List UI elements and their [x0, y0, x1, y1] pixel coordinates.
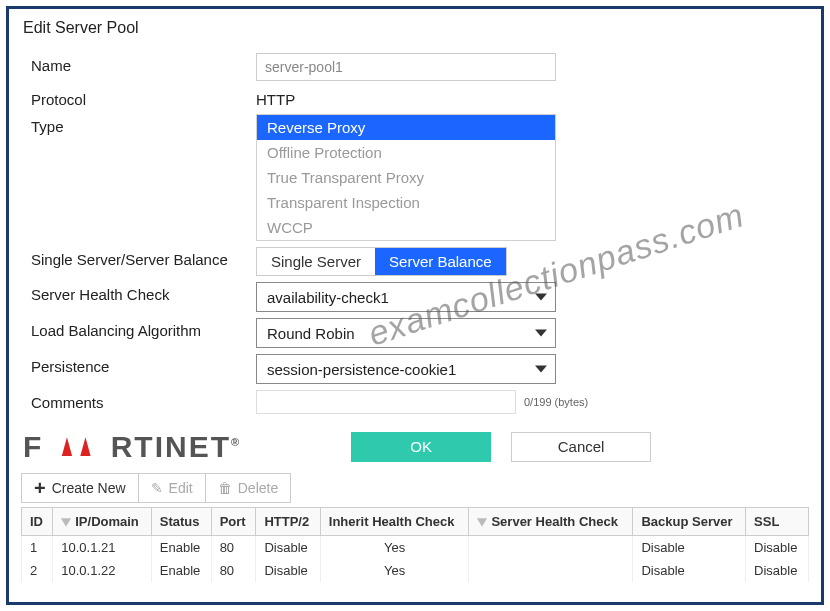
algorithm-label: Load Balancing Algorithm — [31, 318, 256, 339]
servers-table: ID IP/Domain Status Port HTTP/2 Inherit … — [21, 507, 809, 582]
filter-icon — [477, 518, 487, 526]
healthcheck-label: Server Health Check — [31, 282, 256, 303]
create-new-button[interactable]: + Create New — [22, 474, 139, 502]
filter-icon — [61, 518, 71, 526]
healthcheck-select[interactable]: availability-check1 — [256, 282, 556, 312]
edit-icon: ✎ — [151, 480, 163, 496]
type-label: Type — [31, 114, 256, 135]
type-dropdown-open[interactable]: Reverse Proxy Offline Protection True Tr… — [256, 114, 556, 241]
algorithm-value: Round Robin — [267, 325, 355, 342]
chevron-down-icon — [535, 366, 547, 373]
table-row[interactable]: 2 10.0.1.22 Enable 80 Disable Yes Disabl… — [22, 559, 809, 582]
edit-button[interactable]: ✎ Edit — [139, 474, 206, 502]
cell-ssl: Disable — [746, 559, 809, 582]
cell-status: Enable — [151, 536, 211, 560]
cell-status: Enable — [151, 559, 211, 582]
balance-option-balance[interactable]: Server Balance — [375, 248, 506, 275]
healthcheck-value: availability-check1 — [267, 289, 389, 306]
cell-inherit: Yes — [320, 559, 469, 582]
protocol-label: Protocol — [31, 87, 256, 108]
balance-option-single[interactable]: Single Server — [257, 248, 375, 275]
edit-label: Edit — [169, 480, 193, 496]
chevron-down-icon — [535, 294, 547, 301]
trash-icon: 🗑 — [218, 480, 232, 496]
cell-shc — [469, 559, 633, 582]
cell-backup: Disable — [633, 536, 746, 560]
col-http2[interactable]: HTTP/2 — [256, 508, 320, 536]
comments-label: Comments — [31, 390, 256, 411]
col-inherit[interactable]: Inherit Health Check — [320, 508, 469, 536]
cell-http2: Disable — [256, 536, 320, 560]
balance-toggle: Single Server Server Balance — [256, 247, 507, 276]
cell-id: 2 — [22, 559, 53, 582]
col-backup[interactable]: Backup Server — [633, 508, 746, 536]
protocol-value: HTTP — [256, 87, 803, 108]
algorithm-select[interactable]: Round Robin — [256, 318, 556, 348]
cell-port: 80 — [211, 536, 256, 560]
persistence-select[interactable]: session-persistence-cookie1 — [256, 354, 556, 384]
cell-ip: 10.0.1.22 — [53, 559, 152, 582]
cell-backup: Disable — [633, 559, 746, 582]
table-row[interactable]: 1 10.0.1.21 Enable 80 Disable Yes Disabl… — [22, 536, 809, 560]
chevron-down-icon — [535, 330, 547, 337]
col-ip[interactable]: IP/Domain — [53, 508, 152, 536]
type-option-offline-protection[interactable]: Offline Protection — [257, 140, 555, 165]
cell-inherit: Yes — [320, 536, 469, 560]
type-option-wccp[interactable]: WCCP — [257, 215, 555, 240]
delete-button[interactable]: 🗑 Delete — [206, 474, 290, 502]
create-new-label: Create New — [52, 480, 126, 496]
col-shc[interactable]: Server Health Check — [469, 508, 633, 536]
comments-counter: 0/199 (bytes) — [524, 396, 588, 408]
delete-label: Delete — [238, 480, 278, 496]
persistence-value: session-persistence-cookie1 — [267, 361, 456, 378]
cell-ssl: Disable — [746, 536, 809, 560]
persistence-label: Persistence — [31, 354, 256, 375]
fortinet-logo: F▲▲RTINET® — [21, 428, 241, 465]
form-area: Name Protocol HTTP Type Reverse Proxy Of… — [21, 53, 809, 414]
cell-port: 80 — [211, 559, 256, 582]
name-label: Name — [31, 53, 256, 74]
plus-icon: + — [34, 481, 46, 495]
dialog-title: Edit Server Pool — [21, 17, 809, 47]
col-port[interactable]: Port — [211, 508, 256, 536]
name-input[interactable] — [256, 53, 556, 81]
cell-id: 1 — [22, 536, 53, 560]
col-status[interactable]: Status — [151, 508, 211, 536]
col-ssl[interactable]: SSL — [746, 508, 809, 536]
type-option-reverse-proxy[interactable]: Reverse Proxy — [257, 115, 555, 140]
table-toolbar: + Create New ✎ Edit 🗑 Delete — [21, 473, 291, 503]
col-id[interactable]: ID — [22, 508, 53, 536]
dialog-frame: Edit Server Pool Name Protocol HTTP Type… — [6, 6, 824, 605]
table-header-row: ID IP/Domain Status Port HTTP/2 Inherit … — [22, 508, 809, 536]
type-option-true-transparent-proxy[interactable]: True Transparent Proxy — [257, 165, 555, 190]
cell-ip: 10.0.1.21 — [53, 536, 152, 560]
footer-row: F▲▲RTINET® OK Cancel — [21, 428, 809, 465]
type-option-transparent-inspection[interactable]: Transparent Inspection — [257, 190, 555, 215]
comments-input[interactable] — [256, 390, 516, 414]
cancel-button[interactable]: Cancel — [511, 432, 651, 462]
ok-button[interactable]: OK — [351, 432, 491, 462]
cell-http2: Disable — [256, 559, 320, 582]
cell-shc — [469, 536, 633, 560]
balance-label: Single Server/Server Balance — [31, 247, 256, 268]
